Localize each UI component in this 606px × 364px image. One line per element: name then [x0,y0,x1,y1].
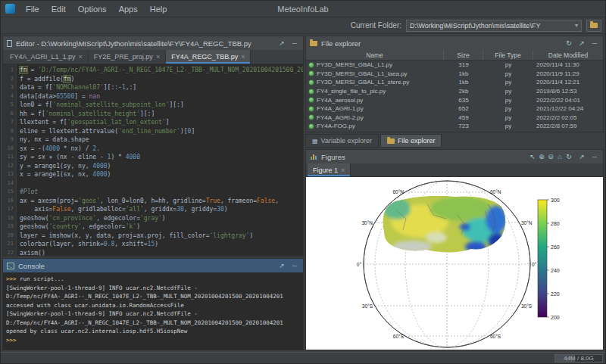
current-folder-combobox[interactable]: D:\Working\MIScript\Jython\mis\satellite… [406,20,582,32]
file-date-cell: 2022/2/22 04:01 [533,97,603,104]
close-icon[interactable]: × [341,166,345,174]
grid-label: 60°S [490,334,501,339]
close-icon[interactable]: × [79,53,83,61]
file-row[interactable]: FY4A_AGRI-1.py652py2021/12/22 04:24 [306,104,603,114]
console-line: [SwingWorker-pool-1-thread-9] INFO ucar.… [6,284,300,293]
column-header[interactable]: File Type [483,50,533,60]
zoom-in-icon[interactable]: ⊕ [537,150,546,163]
code-line: sy = sx + (nx - eline - 1) * 4000 [20,153,303,162]
code-line: ax = axesm(proj='geos', lon_0=lon0, h=hh… [20,197,303,206]
file-size-cell: 2kb [444,88,483,95]
py-file-icon [308,70,314,76]
grid-label: 30°N [521,220,533,226]
editor-panel-title: Editor - D:\Working\MIScript\Jython\mis\… [16,39,251,48]
menu-apps[interactable]: Apps [113,3,144,15]
minimize-panel-icon[interactable]: ─ [290,36,299,50]
minimize-panel-icon[interactable]: ─ [290,259,299,272]
code-line: sx = -(4000 * nx) / 2. [20,145,303,154]
line-number: 13 [3,170,14,179]
colorbar-tick-label: 280 [551,221,560,226]
file-table: NameSizeFile TypeDate Modified FY3D_MERS… [306,50,603,132]
line-number: 10 [3,145,14,154]
editor-tab[interactable]: FY2E_PRE_proj.py× [89,50,166,64]
file-size-cell: 1kb [444,70,483,77]
menu-file[interactable]: File [20,3,45,15]
code-editor[interactable]: 12345678910111213141516171819202122 fn =… [3,64,303,256]
column-header[interactable]: Date Modified [533,50,603,60]
file-row[interactable]: FY3D_MERSI_GBAL_L1.py319py2020/11/4 11:3… [306,61,603,70]
file-row[interactable]: FY3D_MERSI_GBAL_L1_stere.py1kbpy2020/11/… [306,78,603,87]
code-line: ny, nx = data.shape [20,135,303,145]
grid-label: 30°S [521,303,533,309]
line-number: 19 [3,222,14,232]
code-text[interactable]: fn = 'D:/Temp/nc/FY4A-_AGRI--_N_REGC_104… [17,64,303,256]
browse-folder-button[interactable] [586,20,601,32]
menu-edit[interactable]: Edit [45,3,72,15]
column-header[interactable]: Size [444,50,483,60]
editor-tab-label: FY4A_AGRI_L1_1.py [10,53,76,61]
menu-help[interactable]: Help [144,3,173,15]
figure-canvas[interactable]: 60°N60°N30°N30°N0°0°30°S30°S60°S60°S3002… [306,177,603,350]
file-row[interactable]: FY4A_aerosol.py635py2022/2/22 04:01 [306,95,603,104]
figure-tabbar: Figure 1 × [306,163,603,177]
path-toolbar: Current Folder: D:\Working\MIScript\Jyth… [1,17,605,34]
chart-icon [310,153,317,160]
file-row[interactable]: FY4A-FOG.py723py2022/2/8 07:59 [306,122,603,131]
code-line: hh = f['nominal_satellite_height'][:] [20,110,303,119]
file-date-cell: 2022/2/2 02:05 [533,114,603,121]
tab-file-explorer[interactable]: File explorer [380,134,442,148]
tab-label: Variable explorer [321,137,372,145]
float-panel-icon[interactable]: ↗ [577,36,586,50]
float-panel-icon[interactable]: ↗ [577,150,586,163]
close-icon[interactable]: × [156,53,160,61]
file-row[interactable]: FY4_single_file_to_pic.py2kbpy2019/8/6 1… [306,87,603,96]
file-row[interactable]: FY4A_AGRI-2.py459py2022/2/2 02:05 [306,114,603,123]
figure-tab[interactable]: Figure 1 × [308,163,351,176]
file-date-cell: 2019/8/6 12:53 [533,88,603,95]
code-line: y = arange1(sy, ny, 4000) [20,162,303,171]
console-line: >>> run script... [6,275,300,284]
memory-indicator[interactable]: 44M / 8.0G [554,354,603,362]
select-pointer-icon[interactable]: ↖ [528,150,537,163]
minimize-panel-icon[interactable]: ─ [590,150,599,163]
float-panel-icon[interactable]: ↗ [277,259,286,272]
document-icon [7,40,12,47]
line-number: 11 [3,153,14,162]
minimize-panel-icon[interactable]: ─ [590,36,599,50]
float-panel-icon[interactable]: ↗ [277,36,286,50]
console-output[interactable]: >>> run script...[SwingWorker-pool-1-thr… [3,272,303,350]
grid-label: 60°N [490,189,501,194]
code-line: geoshow('country', edgecolor='k') [20,222,303,232]
full-extent-icon[interactable]: ⌂ [555,150,564,163]
file-date-cell: 2020/11/4 11:30 [533,61,603,68]
py-file-icon [308,114,314,120]
file-size-cell: 1kb [444,79,483,86]
close-icon[interactable]: × [241,53,245,61]
file-type-cell: py [483,123,533,129]
code-line: axis=False, gridlabelloc='all', griddx=3… [20,205,303,214]
tab-variable-explorer[interactable]: ▦Variable explorer [305,134,379,148]
column-header[interactable]: Name [306,50,444,60]
editor-tab[interactable]: FY4A_REGC_TBB.py× [166,50,251,64]
file-row[interactable]: FY3D_MERSI_GBAL_L1_laea.py1kbpy2020/11/9… [306,70,603,79]
line-number: 1 [3,66,14,75]
line-number: 4 [3,92,14,101]
py-file-icon [308,123,314,129]
console-panel: ›_ Console ↗ ─ >>> run script...[SwingWo… [2,258,304,350]
satellite-data-layer [383,196,507,253]
file-size-cell: 652 [444,105,483,112]
line-number: 7 [3,118,14,127]
console-line: accessed with class ucar.unidata.io.Rand… [6,301,300,310]
file-name-cell: FY4A-FOG.py [306,123,444,129]
editor-tab[interactable]: FY4A_AGRI_L1_1.py× [5,50,89,64]
chevron-down-icon[interactable]: ▾ [575,22,578,29]
line-number: 15 [3,188,14,197]
refresh-icon[interactable]: ↻ [564,36,573,50]
zoom-out-icon[interactable]: ⊖ [546,150,555,163]
file-type-cell: py [483,88,533,95]
file-date-cell: 2020/11/4 12:21 [533,79,603,86]
line-number: 12 [3,162,14,171]
refresh-icon[interactable]: ↻ [564,150,573,163]
menu-options[interactable]: Options [72,3,113,15]
current-folder-value: D:\Working\MIScript\Jython\mis\satellite… [410,22,572,30]
